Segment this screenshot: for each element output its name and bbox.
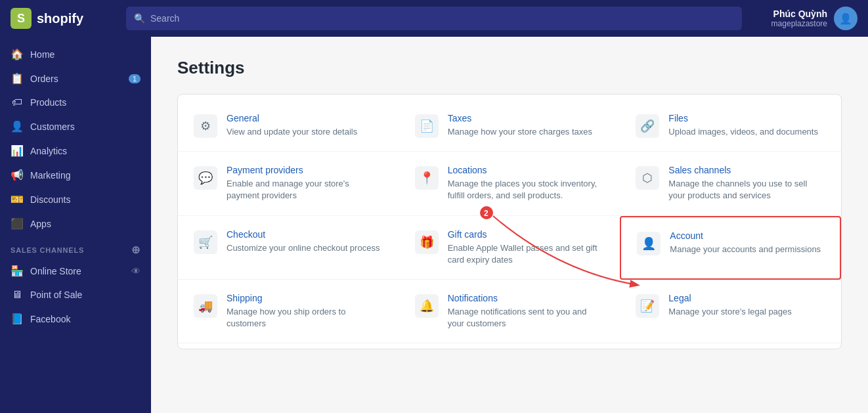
settings-desc-account: Manage your accounts and permissions [670, 244, 824, 255]
marketing-icon: 📢 [11, 169, 24, 181]
user-name: Phúc Quỳnh [771, 9, 827, 19]
settings-item-taxes[interactable]: 📄 Taxes Manage how your store charges ta… [399, 100, 620, 152]
sidebar-label-facebook: Facebook [30, 314, 70, 324]
settings-title-payment-providers: Payment providers [227, 165, 383, 175]
eye-icon: 👁 [131, 266, 141, 276]
settings-icon-legal: 📝 [636, 294, 659, 318]
sidebar-item-discounts[interactable]: 🎫 Discounts [0, 187, 151, 211]
sidebar-item-products[interactable]: 🏷 Products [0, 91, 151, 114]
logo[interactable]: S shopify [11, 8, 116, 29]
settings-icon-payment-providers: 💬 [194, 166, 217, 190]
sidebar-item-apps[interactable]: ⬛ Apps [0, 211, 151, 236]
settings-item-gift-cards[interactable]: 🎁 Gift cards Enable Apple Wallet passes … [399, 216, 620, 280]
settings-item-checkout[interactable]: 🛒 Checkout Customize your online checkou… [178, 216, 399, 280]
sidebar-item-point-of-sale[interactable]: 🖥 Point of Sale [0, 283, 151, 307]
user-area: Phúc Quỳnh mageplazastore 👤 [752, 7, 857, 30]
settings-text-payment-providers: Payment providers Enable and manage your… [227, 165, 383, 202]
sidebar-label-analytics: Analytics [30, 146, 67, 156]
settings-title-files: Files [668, 113, 825, 123]
add-channel-icon[interactable]: ⊕ [131, 244, 141, 256]
sidebar-label-products: Products [30, 97, 66, 108]
settings-item-general[interactable]: ⚙ General View and update your store det… [178, 100, 399, 152]
logo-text: shopify [37, 11, 83, 26]
settings-text-account: Account Manage your accounts and permiss… [670, 230, 824, 255]
shopify-logo-icon: S [11, 8, 32, 29]
sidebar-label-online-store: Online Store [30, 266, 81, 276]
settings-icon-sales-channels: ⬡ [636, 166, 659, 190]
sales-channels-label: SALES CHANNELS [11, 246, 84, 254]
settings-grid: ⚙ General View and update your store det… [178, 100, 841, 343]
settings-item-notifications[interactable]: 🔔 Notifications Manage notifications sen… [399, 280, 620, 343]
sidebar-label-orders: Orders [30, 74, 58, 84]
sidebar-item-online-store[interactable]: 🏪 Online Store 👁 [0, 259, 151, 283]
settings-title-taxes: Taxes [448, 113, 605, 123]
sidebar-item-home[interactable]: 🏠 Home [0, 42, 151, 66]
settings-title-sales-channels: Sales channels [668, 165, 825, 175]
settings-desc-gift-cards: Enable Apple Wallet passes and set gift … [448, 242, 605, 266]
facebook-icon: 📘 [11, 313, 24, 325]
settings-text-checkout: Checkout Customize your online checkout … [227, 229, 383, 254]
settings-text-shipping: Shipping Manage how you ship orders to c… [227, 293, 383, 330]
sidebar-label-pos: Point of Sale [30, 290, 82, 300]
settings-card: ⚙ General View and update your store det… [177, 94, 842, 349]
products-icon: 🏷 [11, 97, 24, 108]
customers-icon: 👤 [11, 120, 24, 133]
settings-icon-general: ⚙ [194, 114, 217, 138]
sidebar-wrapper: 🏠 Home 📋 Orders 1 🏷 Products 👤 Customers… [0, 37, 151, 413]
sidebar: 🏠 Home 📋 Orders 1 🏷 Products 👤 Customers… [0, 37, 151, 413]
main-content: Settings ⚙ General View and update your … [151, 37, 868, 413]
analytics-icon: 📊 [11, 144, 24, 157]
settings-desc-general: View and update your store details [227, 126, 383, 138]
settings-item-files[interactable]: 🔗 Files Upload images, videos, and docum… [620, 100, 841, 152]
sidebar-item-customers[interactable]: 👤 Customers [0, 114, 151, 139]
settings-text-locations: Locations Manage the places you stock in… [448, 165, 605, 202]
settings-text-files: Files Upload images, videos, and documen… [668, 113, 825, 138]
settings-text-gift-cards: Gift cards Enable Apple Wallet passes an… [448, 229, 605, 266]
settings-icon-account: 👤 [637, 232, 661, 255]
search-bar[interactable]: 🔍 Search [126, 7, 742, 30]
settings-text-general: General View and update your store detai… [227, 113, 383, 138]
settings-title-checkout: Checkout [227, 229, 383, 240]
user-store: mageplazastore [771, 19, 827, 28]
sidebar-item-marketing[interactable]: 📢 Marketing [0, 163, 151, 187]
settings-icon-locations: 📍 [415, 166, 439, 190]
settings-item-locations[interactable]: 📍 Locations Manage the places you stock … [399, 152, 620, 215]
settings-desc-taxes: Manage how your store charges taxes [448, 126, 605, 138]
settings-item-payment-providers[interactable]: 💬 Payment providers Enable and manage yo… [178, 152, 399, 215]
orders-badge: 1 [129, 74, 141, 83]
settings-title-locations: Locations [448, 165, 605, 175]
settings-desc-files: Upload images, videos, and documents [668, 126, 825, 138]
settings-item-shipping[interactable]: 🚚 Shipping Manage how you ship orders to… [178, 280, 399, 343]
page-title: Settings [177, 58, 842, 78]
sidebar-item-orders[interactable]: 📋 Orders 1 [0, 66, 151, 91]
top-navigation: S shopify 🔍 Search Phúc Quỳnh mageplazas… [0, 0, 868, 37]
search-icon: 🔍 [134, 13, 145, 24]
pos-icon: 🖥 [11, 289, 24, 301]
settings-text-notifications: Notifications Manage notifications sent … [448, 293, 605, 330]
sidebar-label-apps: Apps [30, 219, 51, 229]
avatar[interactable]: 👤 [834, 7, 857, 30]
settings-desc-shipping: Manage how you ship orders to customers [227, 306, 383, 330]
user-info: Phúc Quỳnh mageplazastore [771, 9, 827, 28]
settings-desc-checkout: Customize your online checkout process [227, 242, 383, 254]
sidebar-item-analytics[interactable]: 📊 Analytics [0, 139, 151, 163]
home-icon: 🏠 [11, 48, 24, 60]
discounts-icon: 🎫 [11, 193, 24, 206]
settings-title-legal: Legal [668, 293, 825, 303]
search-placeholder: Search [150, 13, 179, 24]
settings-desc-locations: Manage the places you stock inventory, f… [448, 178, 605, 202]
settings-icon-shipping: 🚚 [194, 294, 217, 318]
settings-text-sales-channels: Sales channels Manage the channels you u… [668, 165, 825, 202]
settings-icon-files: 🔗 [636, 114, 659, 138]
settings-icon-taxes: 📄 [415, 114, 439, 138]
orders-icon: 📋 [11, 72, 24, 85]
sidebar-label-customers: Customers [30, 121, 75, 132]
settings-item-legal[interactable]: 📝 Legal Manage your store's legal pages [620, 280, 841, 343]
settings-item-account[interactable]: 👤 Account Manage your accounts and permi… [620, 216, 841, 280]
settings-icon-gift-cards: 🎁 [415, 230, 439, 254]
settings-desc-sales-channels: Manage the channels you use to sell your… [668, 178, 825, 202]
settings-item-sales-channels[interactable]: ⬡ Sales channels Manage the channels you… [620, 152, 841, 215]
sales-channels-section: SALES CHANNELS ⊕ [0, 236, 151, 259]
settings-title-general: General [227, 113, 383, 123]
sidebar-item-facebook[interactable]: 📘 Facebook [0, 307, 151, 331]
